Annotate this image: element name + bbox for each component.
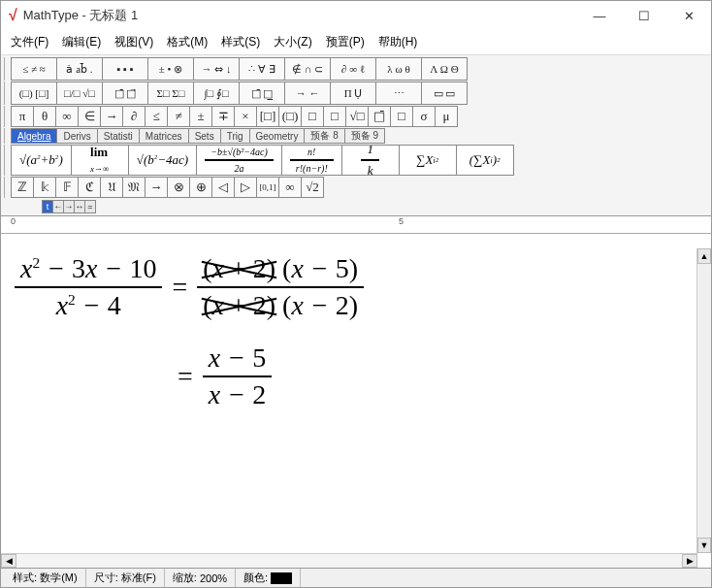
tmpl-boxes[interactable]: ▭ ▭ <box>421 82 468 105</box>
lhs-fraction[interactable]: x2 − 3x − 10 x2 − 4 <box>15 251 162 323</box>
palette-logic[interactable]: ∴ ∀ ∃ <box>239 57 285 81</box>
tmp-sqrt[interactable]: √□ <box>345 106 369 127</box>
tab-statistics[interactable]: Statisti <box>97 128 140 144</box>
tmpl-sum[interactable]: Σ□ Σ□ <box>147 82 194 105</box>
status-color[interactable]: 颜色: <box>236 569 301 587</box>
tab-matrices[interactable]: Matrices <box>139 128 189 144</box>
status-size[interactable]: 尺寸: 标准(F) <box>86 569 165 587</box>
expr-sumxi2[interactable]: ∑Xi2 <box>399 145 457 176</box>
status-style[interactable]: 样式: 数学(M) <box>5 569 86 587</box>
sym-c[interactable]: ℭ <box>78 177 101 198</box>
tab-preset8[interactable]: 预备 8 <box>304 128 344 144</box>
sym-oplus[interactable]: ⊕ <box>189 177 212 198</box>
sym-infty2[interactable]: ∞ <box>278 177 302 198</box>
sym-partial[interactable]: ∂ <box>122 106 146 127</box>
maximize-button[interactable]: ☐ <box>622 1 666 30</box>
minimize-button[interactable]: — <box>577 1 622 30</box>
rhs-fraction-1[interactable]: (x + 2) (x − 5) (x + 2) (x − 2) <box>197 251 364 323</box>
tmp-overbar[interactable]: □̄ <box>368 106 391 127</box>
ruler[interactable]: 0 5 <box>1 216 711 234</box>
sym-otimes[interactable]: ⊗ <box>167 177 190 198</box>
palette-relational[interactable]: ≤ ≠ ≈ <box>11 57 57 81</box>
vertical-scrollbar[interactable]: ▲ ▼ <box>696 248 711 553</box>
sym-m[interactable]: 𝔐 <box>122 177 146 198</box>
palette-settheory[interactable]: ∉ ∩ ⊂ <box>284 57 331 81</box>
equation-editor[interactable]: x2 − 3x − 10 x2 − 4 = (x + 2) (x − 5) (x… <box>1 234 711 535</box>
tmpl-overunder[interactable]: □̄ □̲ <box>239 82 285 105</box>
ruler-mark-5: 5 <box>399 216 404 226</box>
menu-format[interactable]: 格式(M) <box>161 32 213 52</box>
sym-times[interactable]: × <box>234 106 257 127</box>
palette-misc[interactable]: ∂ ∞ ℓ <box>330 57 376 81</box>
sym-in[interactable]: ∈ <box>78 106 101 127</box>
sym-interval[interactable]: [0,1] <box>256 177 279 198</box>
tab-sets[interactable]: Sets <box>188 128 221 144</box>
palette-spaces[interactable]: ▪ ▪ ▪ <box>102 57 148 81</box>
tmpl-int[interactable]: ∫□ ∮□ <box>193 82 240 105</box>
tabstyle-5[interactable]: = <box>84 200 96 213</box>
tmp-sup[interactable]: □ <box>323 106 346 127</box>
menu-size[interactable]: 大小(Z) <box>268 32 317 52</box>
sym-le[interactable]: ≤ <box>145 106 168 127</box>
scroll-right-icon[interactable]: ▶ <box>682 554 697 568</box>
palette-greek-uc[interactable]: Λ Ω Θ <box>421 57 468 81</box>
sym-triangleright[interactable]: ▷ <box>234 177 257 198</box>
close-button[interactable]: ✕ <box>666 1 711 30</box>
menu-edit[interactable]: 编辑(E) <box>56 32 107 52</box>
sym-mp[interactable]: ∓ <box>211 106 235 127</box>
sym-sqrt2[interactable]: √2 <box>301 177 324 198</box>
tmp-sub[interactable]: □ <box>301 106 324 127</box>
menu-file[interactable]: 文件(F) <box>5 32 54 52</box>
sym-pm[interactable]: ± <box>189 106 212 127</box>
sym-sigma[interactable]: σ <box>412 106 436 127</box>
tab-style-selector: t ← → ↔ = <box>3 200 709 213</box>
expr-lim[interactable]: limx→∞ <box>71 145 129 176</box>
expr-binom[interactable]: n!r!(n−r)! <box>281 145 342 176</box>
tmpl-fence[interactable]: (□) [□] <box>11 82 57 105</box>
tab-trig[interactable]: Trig <box>220 128 250 144</box>
scroll-down-icon[interactable]: ▼ <box>697 538 711 553</box>
menu-preferences[interactable]: 预置(P) <box>320 32 371 52</box>
sym-theta[interactable]: θ <box>33 106 56 127</box>
palette-operators[interactable]: ± • ⊗ <box>147 57 194 81</box>
expr-sumxi-sq[interactable]: (∑Xi)2 <box>456 145 514 176</box>
menu-help[interactable]: 帮助(H) <box>372 32 424 52</box>
tab-algebra[interactable]: Algebra <box>11 128 57 144</box>
rhs-fraction-2[interactable]: x − 5 x − 2 <box>203 341 272 412</box>
expr-recip[interactable]: 1k <box>341 145 400 176</box>
sym-mu[interactable]: μ <box>435 106 458 127</box>
palette-greek-lc[interactable]: λ ω θ <box>375 57 422 81</box>
strike-den: (x + 2) <box>203 290 275 321</box>
tmpl-products[interactable]: Π Ụ <box>330 82 376 105</box>
tmp-box[interactable]: □ <box>390 106 413 127</box>
sym-k[interactable]: 𝕜 <box>33 177 56 198</box>
menu-style[interactable]: 样式(S) <box>215 32 266 52</box>
sym-pi[interactable]: π <box>11 106 34 127</box>
tmpl-matrix[interactable]: ⋯ <box>375 82 422 105</box>
sym-triangleleft[interactable]: ◁ <box>211 177 235 198</box>
palette-embellish[interactable]: ȧ ab̄ . <box>56 57 103 81</box>
sym-arrow[interactable]: → <box>145 177 168 198</box>
tmp-bracket[interactable]: [□] <box>256 106 279 127</box>
menu-view[interactable]: 视图(V) <box>109 32 159 52</box>
horizontal-scrollbar[interactable]: ◀ ▶ <box>1 553 697 568</box>
sym-infty[interactable]: ∞ <box>55 106 79 127</box>
status-zoom[interactable]: 缩放: 200% <box>165 569 236 587</box>
sym-ne[interactable]: ≠ <box>167 106 190 127</box>
palette-arrows[interactable]: → ⇔ ↓ <box>193 57 240 81</box>
expr-hypot[interactable]: √(a2+b2) <box>11 145 72 176</box>
tab-geometry[interactable]: Geometry <box>249 128 306 144</box>
sym-u[interactable]: 𝔘 <box>100 177 123 198</box>
sym-to[interactable]: → <box>100 106 123 127</box>
tmp-paren[interactable]: (□) <box>278 106 302 127</box>
tab-derivs[interactable]: Derivs <box>56 128 97 144</box>
expr-disc[interactable]: √(b2−4ac) <box>128 145 197 176</box>
tmpl-bar[interactable]: □̄ □⃗ <box>102 82 148 105</box>
expr-quadratic[interactable]: −b±√(b²−4ac)2a <box>196 145 282 176</box>
tmpl-labeledarrow[interactable]: → ← <box>284 82 331 105</box>
scroll-left-icon[interactable]: ◀ <box>1 554 16 568</box>
sym-f[interactable]: 𝔽 <box>55 177 79 198</box>
scroll-up-icon[interactable]: ▲ <box>697 248 711 264</box>
sym-z[interactable]: ℤ <box>11 177 34 198</box>
tmpl-frac[interactable]: □/□ √□ <box>56 82 103 105</box>
